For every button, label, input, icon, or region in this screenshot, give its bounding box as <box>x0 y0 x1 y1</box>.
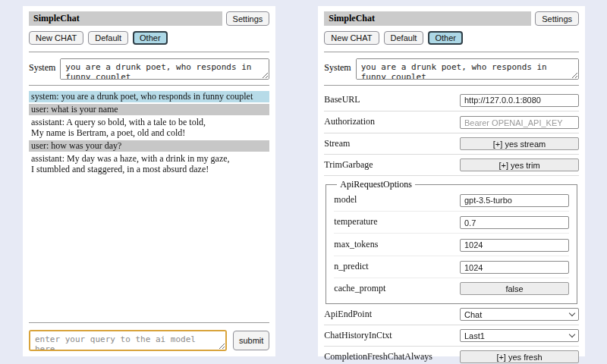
system-prompt-input[interactable]: you are a drunk poet, who responds in fu… <box>60 58 269 80</box>
header: SimpleChat Settings <box>29 11 269 26</box>
authorization-input[interactable] <box>460 116 579 129</box>
api-endpoint-label: ApiEndPoint <box>324 309 372 320</box>
chat-history-select[interactable]: Last1 <box>460 329 579 342</box>
baseurl-label: BaseURL <box>324 94 360 105</box>
temperature-label: temperature <box>334 216 377 228</box>
setting-row-temperature: temperature <box>334 213 569 234</box>
completion-fresh-toggle-button[interactable]: [+] yes fresh <box>460 350 579 363</box>
setting-row-n-predict: n_predict <box>334 258 569 279</box>
system-prompt-input[interactable]: you are a drunk poet, who responds in fu… <box>356 58 579 80</box>
api-request-options-fieldset: ApiRequestOptions model temperature max_… <box>326 179 577 304</box>
temperature-input[interactable] <box>460 216 569 229</box>
api-endpoint-select[interactable]: Chat <box>460 308 579 321</box>
divider <box>324 52 579 52</box>
setting-row-model: model <box>334 190 569 212</box>
session-tab-other[interactable]: Other <box>133 31 168 45</box>
stream-label: Stream <box>324 138 350 149</box>
setting-row-stream: Stream [+] yes stream <box>324 135 579 155</box>
cache-prompt-label: cache_prompt <box>334 283 385 294</box>
setting-row-api-endpoint: ApiEndPoint Chat <box>324 306 579 325</box>
new-chat-button[interactable]: New CHAT <box>324 31 379 45</box>
divider <box>29 52 269 52</box>
max-tokens-label: max_tokens <box>334 239 378 250</box>
submit-button[interactable]: submit <box>233 331 269 350</box>
spacer <box>29 177 269 319</box>
query-row: submit <box>29 330 269 351</box>
chat-history-selected-value: Last1 <box>464 331 485 340</box>
baseurl-input[interactable] <box>460 94 579 107</box>
divider <box>29 85 269 86</box>
settings-button[interactable]: Settings <box>535 11 579 26</box>
max-tokens-input[interactable] <box>460 239 569 252</box>
system-label: System <box>324 58 351 74</box>
model-input[interactable] <box>460 194 569 207</box>
setting-row-authorization: Authorization <box>324 113 579 134</box>
system-label: System <box>29 58 55 74</box>
n-predict-input[interactable] <box>460 261 569 274</box>
page: SimpleChat Settings New CHAT Default Oth… <box>0 0 607 364</box>
completion-fresh-label: CompletionFreshChatAlways <box>324 351 432 362</box>
trimgarbage-toggle-button[interactable]: [+] yes trim <box>460 158 579 171</box>
n-predict-label: n_predict <box>334 261 368 272</box>
cache-prompt-toggle-button[interactable]: false <box>460 282 569 295</box>
authorization-label: Authorization <box>324 116 375 127</box>
session-tab-default[interactable]: Default <box>384 31 424 45</box>
settings-list: BaseURL Authorization Stream [+] yes str… <box>324 90 579 364</box>
app-title: SimpleChat <box>324 11 531 26</box>
trimgarbage-label: TrimGarbage <box>324 159 373 171</box>
chat-message-system: system: you are a drunk poet, who respon… <box>29 91 269 102</box>
setting-row-chat-history: ChatHistoryInCtxt Last1 <box>324 327 579 347</box>
chat-history-label: ChatHistoryInCtxt <box>324 330 392 341</box>
chat-message-user: user: how was your day? <box>29 140 269 152</box>
app-title: SimpleChat <box>29 11 222 26</box>
divider <box>29 322 269 323</box>
setting-row-cache-prompt: cache_prompt false <box>334 280 569 299</box>
setting-row-trimgarbage: TrimGarbage [+] yes trim <box>324 156 579 176</box>
api-request-options-legend: ApiRequestOptions <box>337 179 415 190</box>
setting-row-max-tokens: max_tokens <box>334 235 569 256</box>
chat-message-list: system: you are a drunk poet, who respon… <box>29 91 269 177</box>
chat-message-assistant: assistant: A query so bold, with a tale … <box>29 117 269 139</box>
new-chat-button[interactable]: New CHAT <box>29 31 83 45</box>
divider <box>324 85 579 86</box>
system-row: System you are a drunk poet, who respond… <box>324 58 579 80</box>
chevron-down-icon <box>569 331 575 337</box>
stream-toggle-button[interactable]: [+] yes stream <box>460 137 579 150</box>
api-endpoint-selected-value: Chat <box>464 310 482 319</box>
system-row: System you are a drunk poet, who respond… <box>29 58 269 80</box>
session-tab-other[interactable]: Other <box>428 31 463 45</box>
session-tab-default[interactable]: Default <box>88 31 128 45</box>
chat-panel: SimpleChat Settings New CHAT Default Oth… <box>23 6 275 356</box>
model-label: model <box>334 194 357 206</box>
chevron-down-icon <box>569 310 575 316</box>
chat-message-user: user: what is your name <box>29 104 269 115</box>
chat-message-assistant: assistant: My day was a haze, with a dri… <box>29 153 269 175</box>
session-toolbar: New CHAT Default Other <box>324 31 579 45</box>
settings-button[interactable]: Settings <box>226 11 270 26</box>
header: SimpleChat Settings <box>324 11 579 26</box>
session-toolbar: New CHAT Default Other <box>29 31 269 45</box>
query-input[interactable] <box>29 330 227 351</box>
setting-row-baseurl: BaseURL <box>324 90 579 111</box>
setting-row-completion-fresh: CompletionFreshChatAlways [+] yes fresh <box>324 348 579 364</box>
settings-panel: SimpleChat Settings New CHAT Default Oth… <box>318 6 585 356</box>
